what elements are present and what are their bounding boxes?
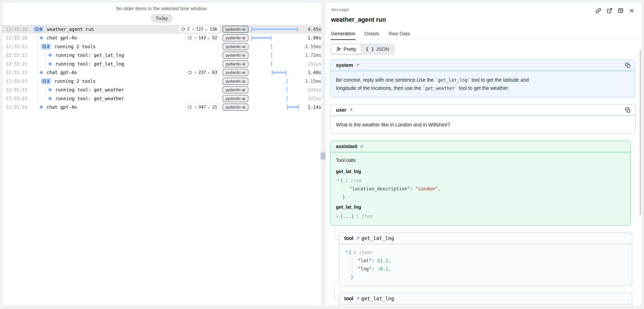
span-label: chat gpt-4o [46, 35, 77, 41]
span-label: running tool: get_weather [55, 96, 124, 101]
tool-call-args-json: ›{1 item "location_description": "London… [336, 177, 625, 201]
detail-panel: message weather_agent run Generation Det… [325, 2, 642, 306]
message-block-user: user ↗ What is the weather like in Londo… [330, 104, 636, 134]
timeline-track [251, 94, 299, 103]
tool-call-name: get_lat_lng [336, 167, 625, 175]
minus-square-icon [42, 80, 46, 83]
message-block-tool: tool ↗ get_lat_lng ›{2 items [339, 293, 632, 306]
collapse-badge[interactable]: 9 [34, 26, 44, 32]
span-diamond-icon [40, 105, 43, 109]
arrow-up-right-icon: ↗ [356, 296, 360, 301]
timeline-track [251, 60, 299, 68]
expand-caret-icon[interactable]: › [336, 212, 340, 220]
message-role-header: system ↗ [331, 60, 635, 71]
message-role-header: tool ↗ get_lat_lng [339, 233, 632, 244]
timeline-bar [251, 37, 272, 39]
panel-kind-label: message [331, 7, 636, 12]
sparkles-icon [336, 47, 342, 52]
tool-name: get_lat_lng [361, 296, 394, 301]
span-label: running tool: get_lat_lng [55, 61, 124, 67]
close-icon[interactable] [629, 8, 635, 14]
pretty-view-button[interactable]: Pretty [331, 44, 361, 54]
collapse-badge[interactable]: 2 [41, 44, 51, 50]
arrow-up-right-icon: ↗ [356, 63, 359, 68]
message-role-header: tool ↗ get_lat_lng [339, 293, 632, 304]
timeline-track [251, 77, 299, 86]
message-block-assistant: assistant ↙ Tool calls get_lat_lng ›{1 i… [330, 141, 631, 226]
grip-dots-icon [322, 154, 324, 158]
timeline-bar [271, 53, 272, 58]
tool-call-name: get_lat_lng [336, 203, 625, 211]
timeline-track [251, 25, 299, 34]
collapse-badge[interactable]: 2 [41, 78, 51, 84]
braces-icon: { } [366, 47, 374, 52]
timeline-track [251, 68, 299, 77]
collapse-caret-icon[interactable]: › [342, 250, 351, 255]
open-external-icon[interactable] [606, 8, 612, 14]
panel-title: weather_agent run [331, 16, 636, 23]
timeline-bar [271, 44, 272, 49]
today-button[interactable]: Today [151, 14, 172, 23]
span-label: running tool: get_weather [55, 87, 124, 92]
trace-rows: 12:55:20 9 weather_agent run Σ ↗727 ↙136… [2, 25, 321, 112]
tool-calls-heading: Tool calls [336, 156, 625, 164]
minus-square-icon [42, 45, 46, 48]
json-view-button[interactable]: { } JSON [361, 44, 394, 54]
span-diamond-icon [40, 71, 43, 75]
span-diamond-icon [48, 88, 52, 92]
empty-window-notice: No older items in the selected time wind… [2, 6, 321, 11]
arrow-down-left-icon: ↙ [360, 144, 364, 149]
span-label: running 2 tools [54, 44, 96, 49]
timeline-track [251, 51, 299, 60]
span-diamond-icon [48, 62, 52, 66]
tool-name: get_lat_lng [361, 235, 394, 241]
tool-call-args-json-collapsed: ›{...}1 item [336, 212, 625, 220]
timeline-track [251, 42, 299, 51]
message-block-system: system ↗ Be concise, reply with one sent… [330, 59, 636, 97]
copy-icon[interactable] [625, 63, 631, 68]
arrow-up-right-icon: ↗ [356, 236, 360, 241]
scrollbar-thumb[interactable] [640, 50, 641, 215]
tab-details[interactable]: Details [364, 31, 379, 40]
tab-generation[interactable]: Generation [331, 31, 355, 40]
span-diamond-icon [48, 53, 52, 57]
view-toggle: Pretty { } JSON [330, 43, 395, 55]
span-diamond-icon [48, 97, 52, 101]
message-role-header: assistant ↙ [331, 141, 630, 152]
span-label: running tool: get_lat_lng [55, 53, 124, 58]
panel-resize-handle[interactable] [320, 152, 326, 160]
timeline-bar [287, 106, 299, 108]
trace-panel: No older items in the selected time wind… [2, 2, 322, 306]
message-role-header: user ↗ [331, 105, 635, 116]
user-message-text: What is the weather like in London and i… [331, 116, 635, 133]
timeline-bar [272, 72, 286, 74]
arrow-up-right-icon: ↗ [349, 108, 353, 113]
system-prompt-text: Be concise, reply with one sentence.Use … [331, 71, 635, 97]
span-label: chat gpt-4o [46, 70, 77, 75]
detail-tabs: Generation Details Raw Data [325, 31, 642, 40]
collapse-caret-icon[interactable]: › [334, 179, 342, 183]
timeline-bar [271, 61, 272, 67]
timeline-bar [251, 28, 298, 30]
timeline-track [251, 103, 299, 112]
message-block-tool: tool ↗ get_lat_lng ›{2 items "lat": 51.1… [339, 232, 632, 286]
span-diamond-icon [40, 36, 43, 40]
tab-raw-data[interactable]: Raw Data [388, 31, 410, 40]
dock-panel-icon[interactable] [618, 8, 624, 14]
tool-result-json: ›{2 items "lat": 51.1, "lng": -0.1, } [344, 248, 627, 281]
copy-icon[interactable] [625, 107, 631, 113]
span-label: running 2 tools [54, 79, 96, 84]
span-label: weather_agent run [47, 27, 94, 32]
copy-link-icon[interactable] [596, 8, 601, 14]
span-label: chat gpt-4o [46, 105, 77, 110]
timeline-bar [286, 79, 288, 84]
timeline-track [251, 34, 299, 42]
minus-square-icon [35, 28, 38, 31]
timeline-bar [286, 96, 288, 101]
timeline-bar [286, 87, 288, 93]
timeline-track [251, 86, 299, 94]
